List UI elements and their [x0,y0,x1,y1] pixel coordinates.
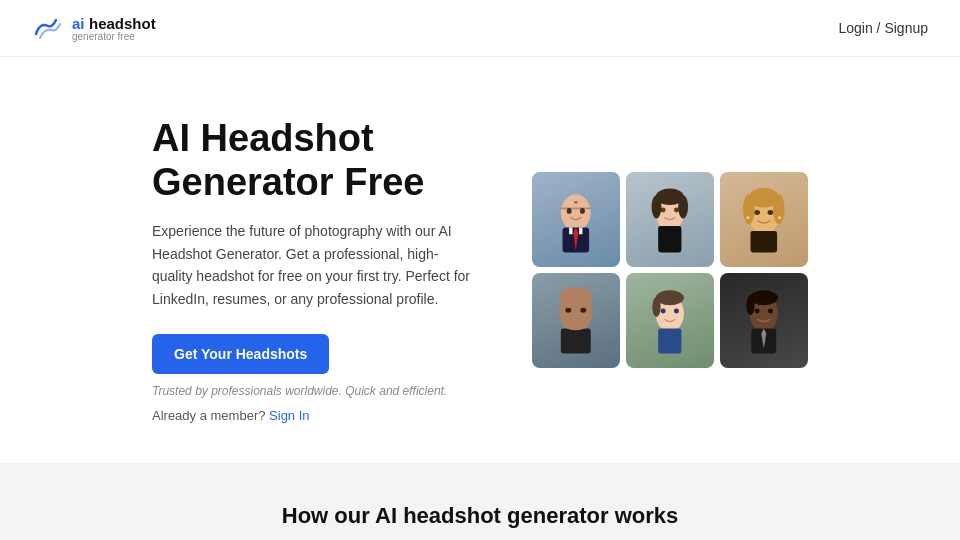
svg-point-22 [773,195,785,225]
svg-rect-10 [658,226,681,253]
logo-icon [32,12,64,44]
how-title: How our AI headshot generator works [20,503,940,529]
svg-rect-7 [561,208,591,210]
svg-point-27 [566,308,572,313]
svg-point-18 [754,210,760,215]
svg-point-24 [778,216,781,219]
svg-point-30 [563,317,590,330]
how-section: How our AI headshot generator works 1 Up… [0,463,960,540]
svg-rect-6 [574,201,577,203]
trusted-text: Trusted by professionals worldwide. Quic… [152,384,472,398]
svg-point-34 [674,309,679,314]
headshot-6 [720,273,808,368]
svg-rect-26 [561,329,591,354]
headshot-grid-container [532,172,808,368]
headshot-2 [626,172,714,267]
svg-rect-32 [658,329,681,354]
svg-point-28 [581,308,587,313]
logo-text: ai headshot generator free [72,15,156,42]
svg-rect-2 [569,228,572,235]
navbar: ai headshot generator free Login / Signu… [0,0,960,57]
headshot-grid [532,172,808,368]
svg-point-21 [743,195,755,225]
svg-point-0 [561,195,591,232]
svg-point-39 [755,309,760,314]
svg-point-33 [661,309,666,314]
hero-description: Experience the future of photography wit… [152,220,472,310]
headshot-1 [532,172,620,267]
hero-section: AI Headshot Generator Free Experience th… [0,57,960,463]
svg-point-15 [678,195,688,218]
hero-content: AI Headshot Generator Free Experience th… [152,117,472,423]
logo-area: ai headshot generator free [32,12,156,44]
get-headshots-button[interactable]: Get Your Headshots [152,334,329,374]
hero-title: AI Headshot Generator Free [152,117,472,204]
signin-text: Already a member? Sign In [152,408,472,423]
headshot-3 [720,172,808,267]
svg-point-19 [768,210,774,215]
svg-point-23 [747,216,750,219]
headshot-5 [626,273,714,368]
svg-point-29 [559,287,592,307]
svg-rect-3 [579,228,582,235]
svg-point-14 [652,195,662,218]
svg-rect-17 [751,231,778,253]
login-signup-link[interactable]: Login / Signup [838,20,928,36]
svg-point-40 [768,309,773,314]
svg-point-42 [747,296,755,316]
signin-link[interactable]: Sign In [269,408,309,423]
logo-subtext: generator free [72,31,156,42]
headshot-4 [532,273,620,368]
svg-point-36 [653,297,661,317]
